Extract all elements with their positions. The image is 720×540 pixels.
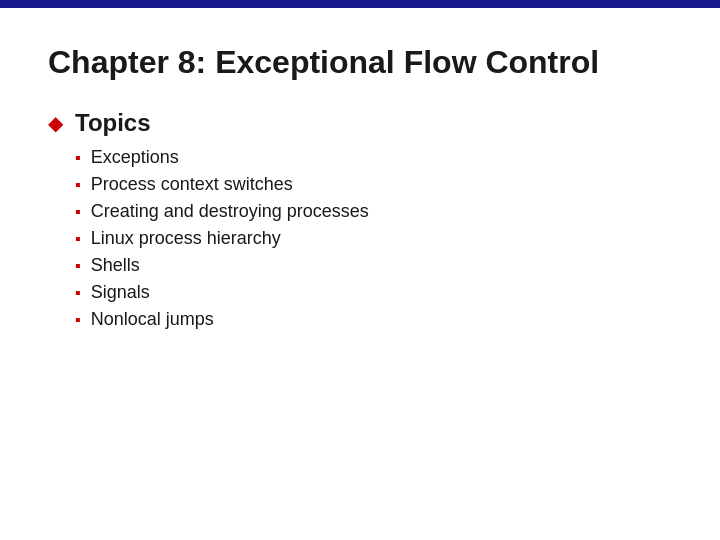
list-item: ▪ Exceptions xyxy=(75,147,672,168)
topics-header: Topics xyxy=(75,109,672,137)
list-item: ▪ Shells xyxy=(75,255,672,276)
list-item-label-2: Process context switches xyxy=(91,174,293,195)
topics-diamond-bullet: ◆ xyxy=(48,111,63,135)
list-bullet-5: ▪ xyxy=(75,257,81,275)
list-bullet-1: ▪ xyxy=(75,149,81,167)
list-item: ▪ Creating and destroying processes xyxy=(75,201,672,222)
topics-section: ◆ Topics ▪ Exceptions ▪ Process context … xyxy=(48,109,672,336)
list-bullet-3: ▪ xyxy=(75,203,81,221)
list-bullet-2: ▪ xyxy=(75,176,81,194)
list-item-label-4: Linux process hierarchy xyxy=(91,228,281,249)
list-item-label-7: Nonlocal jumps xyxy=(91,309,214,330)
slide-container: Chapter 8: Exceptional Flow Control ◆ To… xyxy=(0,8,720,372)
list-item-label-1: Exceptions xyxy=(91,147,179,168)
list-bullet-6: ▪ xyxy=(75,284,81,302)
slide-title: Chapter 8: Exceptional Flow Control xyxy=(48,44,672,81)
list-item-label-3: Creating and destroying processes xyxy=(91,201,369,222)
topics-content: Topics ▪ Exceptions ▪ Process context sw… xyxy=(75,109,672,336)
list-item-label-6: Signals xyxy=(91,282,150,303)
list-item: ▪ Process context switches xyxy=(75,174,672,195)
top-bar xyxy=(0,0,720,8)
topics-list: ▪ Exceptions ▪ Process context switches … xyxy=(75,147,672,330)
list-item: ▪ Linux process hierarchy xyxy=(75,228,672,249)
list-bullet-4: ▪ xyxy=(75,230,81,248)
list-item: ▪ Nonlocal jumps xyxy=(75,309,672,330)
list-bullet-7: ▪ xyxy=(75,311,81,329)
list-item: ▪ Signals xyxy=(75,282,672,303)
list-item-label-5: Shells xyxy=(91,255,140,276)
